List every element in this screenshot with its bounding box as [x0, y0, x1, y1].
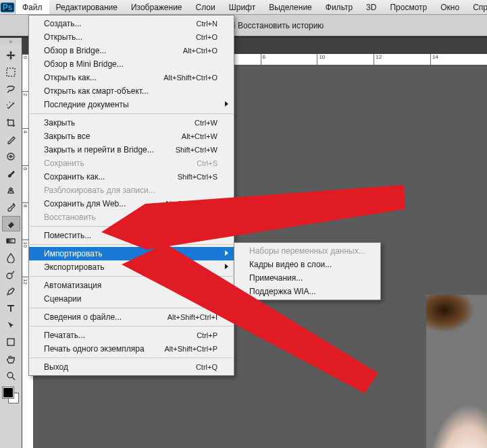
menu-3d[interactable]: 3D — [359, 0, 383, 14]
menu-item[interactable]: Открыть как смарт-объект... — [29, 84, 234, 98]
tool-gradient[interactable] — [2, 233, 20, 248]
menu-item[interactable]: Открыть...Ctrl+O — [29, 30, 234, 44]
tool-clone-stamp[interactable] — [2, 182, 20, 198]
menu-item-label: Сохранить для Web... — [44, 199, 164, 208]
tool-pen[interactable] — [2, 283, 20, 299]
menu-item[interactable]: Импортировать — [29, 247, 234, 260]
ruler-tick: 10 — [22, 240, 28, 277]
pen-icon — [5, 286, 16, 297]
menu-item-shortcut: Alt+Shift+Ctrl+P — [164, 345, 217, 353]
menu-item[interactable]: Открыть как...Alt+Shift+Ctrl+O — [29, 71, 234, 84]
toolbox: » — [0, 38, 22, 448]
tool-dodge[interactable] — [2, 267, 20, 282]
foreground-color[interactable] — [3, 387, 14, 398]
menu-item[interactable]: Создать...Ctrl+N — [29, 17, 234, 30]
tool-path-select[interactable] — [2, 317, 20, 333]
restore-history-option[interactable]: Восстановить историю — [226, 21, 324, 30]
marquee-icon — [5, 67, 16, 78]
tool-move[interactable] — [2, 47, 20, 63]
crop-icon — [5, 117, 16, 128]
menu-item-shortcut: Alt+Shift+Ctrl+S — [164, 200, 217, 208]
color-swatch[interactable] — [3, 387, 19, 403]
tool-blur[interactable] — [2, 250, 20, 265]
menu-item-label: Автоматизация — [44, 281, 217, 290]
tool-history-brush[interactable] — [2, 199, 20, 215]
menu-help[interactable]: Справ — [466, 0, 487, 14]
menu-item-label: Печатать... — [44, 331, 197, 340]
ruler-tick: 12 — [374, 54, 430, 65]
menu-item-shortcut: Ctrl+S — [197, 159, 217, 167]
submenu-arrow-icon — [225, 101, 228, 107]
tool-eraser[interactable] — [2, 216, 20, 231]
tool-rectangle[interactable] — [2, 334, 20, 349]
submenu-item[interactable]: Кадры видео в слои... — [234, 258, 380, 271]
menu-item-label: Обзор в Bridge... — [44, 46, 183, 55]
menu-item[interactable]: Поместить... — [29, 229, 234, 242]
menu-item[interactable]: Сценарии — [29, 292, 234, 306]
menu-item[interactable]: Последние документы — [29, 98, 234, 111]
menu-item[interactable]: Сохранить для Web...Alt+Shift+Ctrl+S — [29, 197, 234, 211]
menu-item-shortcut: Alt+Ctrl+W — [182, 132, 217, 140]
menu-view[interactable]: Просмотр — [383, 0, 434, 14]
menu-layers[interactable]: Слои — [189, 0, 222, 14]
submenu-item-label: Примечания... — [249, 273, 303, 283]
submenu-item[interactable]: Примечания... — [234, 271, 380, 285]
brush-icon — [5, 168, 16, 179]
tool-zoom[interactable] — [2, 368, 20, 383]
menu-item[interactable]: Печатать...Ctrl+P — [29, 329, 234, 342]
move-icon — [5, 50, 16, 61]
tool-eyedropper[interactable] — [2, 132, 20, 147]
menu-item-label: Поместить... — [44, 231, 217, 240]
eraser-icon — [5, 219, 16, 229]
menu-image[interactable]: Изображение — [124, 0, 189, 14]
ps-icon: Ps — [0, 2, 15, 13]
menubar: Ps Файл Редактирование Изображение Слои … — [0, 0, 487, 15]
menu-item-label: Разблокировать для записи... — [44, 186, 217, 195]
menu-window[interactable]: Окно — [434, 0, 466, 14]
menu-item[interactable]: Экспортировать — [29, 260, 234, 274]
svg-rect-2 — [7, 68, 15, 76]
ruler-tick: 0 — [22, 54, 28, 91]
menu-item-label: Открыть... — [44, 32, 196, 42]
menu-file[interactable]: Файл — [16, 0, 49, 14]
menu-item-shortcut: Alt+Ctrl+O — [183, 47, 217, 55]
submenu-arrow-icon — [225, 264, 228, 269]
tool-type[interactable] — [2, 300, 20, 316]
menu-item[interactable]: Автоматизация — [29, 279, 234, 292]
menu-item[interactable]: Печать одного экземпляраAlt+Shift+Ctrl+P — [29, 342, 234, 356]
menu-item[interactable]: ВыходCtrl+Q — [29, 360, 234, 374]
menu-filter[interactable]: Фильтр — [319, 0, 359, 14]
menu-item[interactable]: Обзор в Mini Bridge... — [29, 57, 234, 71]
toolbox-expand[interactable]: » — [0, 38, 22, 46]
submenu-item: Наборы переменных данных... — [234, 244, 380, 258]
menu-item-label: Создать... — [44, 19, 197, 28]
tool-magic-wand[interactable] — [2, 98, 20, 113]
menu-item-label: Открыть как... — [44, 73, 163, 82]
menu-edit[interactable]: Редактирование — [49, 0, 124, 14]
dodge-icon — [5, 269, 16, 280]
submenu-arrow-icon — [225, 250, 228, 256]
submenu-item[interactable]: Поддержка WIA... — [234, 285, 380, 298]
menu-item[interactable]: Сведения о файле...Alt+Shift+Ctrl+I — [29, 310, 234, 324]
svg-rect-4 — [7, 239, 15, 243]
menu-item[interactable]: ЗакрытьCtrl+W — [29, 116, 234, 130]
tool-crop[interactable] — [2, 115, 20, 130]
tool-hand[interactable] — [2, 351, 20, 366]
menu-item-shortcut: Ctrl+N — [197, 20, 217, 28]
tool-brush[interactable] — [2, 165, 20, 181]
clone-stamp-icon — [5, 185, 16, 196]
tool-marquee[interactable] — [2, 64, 20, 80]
menu-item[interactable]: Обзор в Bridge...Alt+Ctrl+O — [29, 44, 234, 57]
tool-lasso[interactable] — [2, 81, 20, 96]
menu-item[interactable]: Закрыть всеAlt+Ctrl+W — [29, 130, 234, 143]
menu-item-label: Закрыть и перейти в Bridge... — [44, 145, 176, 155]
menu-item[interactable]: Закрыть и перейти в Bridge...Shift+Ctrl+… — [29, 143, 234, 157]
menu-item[interactable]: Сохранить как...Shift+Ctrl+S — [29, 170, 234, 184]
menu-item-label: Экспортировать — [44, 262, 217, 272]
menu-type[interactable]: Шрифт — [222, 0, 262, 14]
svg-text:Ps: Ps — [3, 3, 13, 12]
app-icon: Ps — [0, 0, 16, 14]
menu-item-label: Обзор в Mini Bridge... — [44, 59, 217, 69]
tool-healing-brush[interactable] — [2, 148, 20, 164]
menu-select[interactable]: Выделение — [262, 0, 319, 14]
